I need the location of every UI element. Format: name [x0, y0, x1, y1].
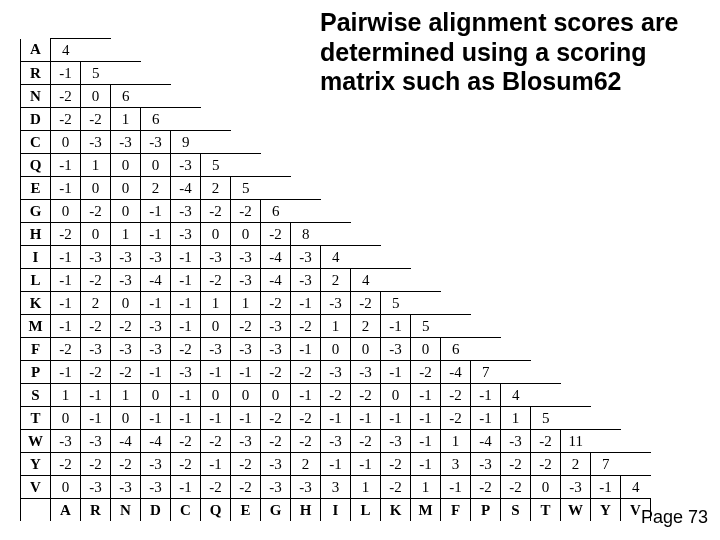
matrix-cell: 1	[351, 476, 381, 499]
matrix-cell: -1	[141, 407, 171, 430]
matrix-empty	[561, 154, 591, 177]
matrix-row-header: W	[21, 430, 51, 453]
matrix-col-header: W	[561, 499, 591, 522]
matrix-empty	[231, 62, 261, 85]
matrix-empty	[441, 292, 471, 315]
matrix-cell: -2	[231, 200, 261, 223]
matrix-cell: -3	[231, 430, 261, 453]
matrix-cell: -2	[321, 384, 351, 407]
matrix-empty	[501, 338, 531, 361]
matrix-empty	[291, 154, 321, 177]
matrix-row-header: M	[21, 315, 51, 338]
matrix-cell: -2	[501, 476, 531, 499]
matrix-col-header: I	[321, 499, 351, 522]
matrix-empty	[561, 223, 591, 246]
matrix-cell: -1	[81, 384, 111, 407]
matrix-cell: 0	[111, 177, 141, 200]
matrix-empty	[261, 108, 291, 131]
matrix-cell: -1	[141, 223, 171, 246]
matrix-empty	[561, 39, 591, 62]
matrix-cell: -2	[51, 108, 81, 131]
matrix-cell: -4	[471, 430, 501, 453]
matrix-cell: -3	[141, 476, 171, 499]
matrix-empty	[201, 108, 231, 131]
matrix-cell: -3	[261, 476, 291, 499]
matrix-empty	[381, 200, 411, 223]
matrix-cell: 5	[411, 315, 441, 338]
matrix-empty	[291, 85, 321, 108]
matrix-empty	[531, 384, 561, 407]
matrix-cell: -1	[171, 407, 201, 430]
matrix-cell: 6	[441, 338, 471, 361]
matrix-empty	[411, 154, 441, 177]
matrix-col-header: M	[411, 499, 441, 522]
matrix-empty	[291, 200, 321, 223]
matrix-empty	[351, 223, 381, 246]
matrix-cell: 0	[531, 476, 561, 499]
matrix-empty	[531, 62, 561, 85]
matrix-row-header: N	[21, 85, 51, 108]
matrix-cell: -3	[261, 315, 291, 338]
matrix-cell: -2	[261, 223, 291, 246]
matrix-cell: -1	[51, 361, 81, 384]
matrix-cell: 0	[81, 223, 111, 246]
matrix-cell: 2	[321, 269, 351, 292]
matrix-cell: -1	[201, 453, 231, 476]
matrix-empty	[501, 269, 531, 292]
matrix-empty	[591, 407, 621, 430]
matrix-cell: 0	[111, 154, 141, 177]
matrix-cell: -1	[351, 453, 381, 476]
matrix-empty	[231, 154, 261, 177]
matrix-empty	[231, 108, 261, 131]
matrix-empty	[621, 177, 651, 200]
matrix-cell: -2	[231, 476, 261, 499]
matrix-cell: -2	[51, 338, 81, 361]
matrix-empty	[501, 131, 531, 154]
matrix-col-header: N	[111, 499, 141, 522]
matrix-empty	[411, 223, 441, 246]
matrix-empty	[321, 108, 351, 131]
matrix-cell: -2	[81, 269, 111, 292]
matrix-cell: 5	[81, 62, 111, 85]
matrix-cell: -1	[291, 384, 321, 407]
matrix-cell: -3	[561, 476, 591, 499]
matrix-empty	[441, 39, 471, 62]
matrix-empty	[111, 39, 141, 62]
matrix-cell: -3	[111, 246, 141, 269]
matrix-cell: -1	[51, 154, 81, 177]
matrix-empty	[621, 269, 651, 292]
matrix-empty	[621, 39, 651, 62]
matrix-row-header: S	[21, 384, 51, 407]
matrix-empty	[621, 315, 651, 338]
matrix-cell: -3	[141, 338, 171, 361]
matrix-cell: 1	[201, 292, 231, 315]
matrix-empty	[381, 177, 411, 200]
matrix-empty	[81, 39, 111, 62]
matrix-col-header: L	[351, 499, 381, 522]
matrix-cell: -3	[141, 315, 171, 338]
matrix-empty	[591, 338, 621, 361]
matrix-empty	[441, 269, 471, 292]
matrix-empty	[591, 430, 621, 453]
matrix-cell: -4	[111, 430, 141, 453]
matrix-empty	[441, 62, 471, 85]
matrix-cell: -3	[141, 246, 171, 269]
matrix-cell: -3	[171, 154, 201, 177]
matrix-cell: -1	[381, 361, 411, 384]
matrix-cell: -1	[441, 476, 471, 499]
matrix-empty	[621, 407, 651, 430]
matrix-empty	[471, 62, 501, 85]
matrix-cell: -2	[111, 361, 141, 384]
matrix-cell: 0	[231, 384, 261, 407]
matrix-empty	[621, 384, 651, 407]
matrix-cell: -1	[591, 476, 621, 499]
matrix-empty	[201, 62, 231, 85]
matrix-cell: -3	[501, 430, 531, 453]
matrix-row-header: G	[21, 200, 51, 223]
matrix-empty	[621, 85, 651, 108]
matrix-cell: 0	[381, 384, 411, 407]
matrix-empty	[531, 39, 561, 62]
matrix-cell: -2	[261, 430, 291, 453]
matrix-cell: 4	[351, 269, 381, 292]
matrix-row-header: V	[21, 476, 51, 499]
